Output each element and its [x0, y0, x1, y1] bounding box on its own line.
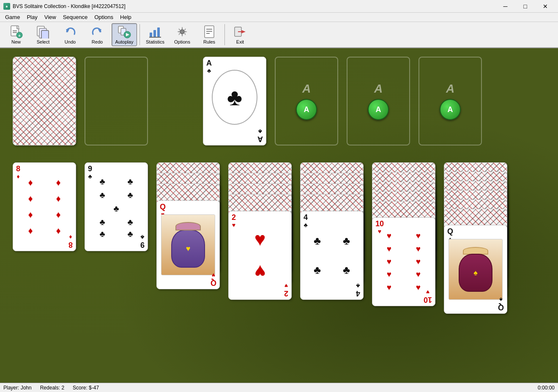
tableau-col-3-queen-hearts[interactable]: Q ♥ ♥ Q ♥	[156, 200, 220, 289]
menu-options[interactable]: Options	[91, 13, 117, 21]
svg-point-18	[180, 30, 184, 34]
four-clubs-face: 4 ♣ ♣ ♣ ♣ ♣ 4 ♣	[301, 211, 363, 299]
menu-bar: Game Play View Sequence Options Help	[0, 13, 558, 22]
foundation-4-btn: A	[440, 99, 461, 120]
ten-hearts-pips: ♥ ♥ ♥ ♥ ♥ ♥ ♥ ♥ ♥ ♥	[375, 230, 433, 294]
redo-button[interactable]: Redo	[85, 23, 110, 46]
autoplay-icon	[118, 25, 131, 38]
card-value-br: A	[257, 134, 263, 143]
player-name: Player: John	[3, 385, 32, 391]
stock-pile[interactable]	[13, 57, 76, 145]
time-display: 0:00:00	[538, 385, 555, 391]
ace-club-center: ♣	[227, 84, 242, 111]
foundation-2[interactable]: A A	[275, 57, 338, 145]
card-value: A	[206, 59, 212, 68]
maximize-button[interactable]: □	[516, 0, 535, 13]
tableau-col-5-four-clubs[interactable]: 4 ♣ ♣ ♣ ♣ ♣ 4 ♣	[300, 211, 364, 300]
menu-view[interactable]: View	[41, 13, 60, 21]
queen-portrait: ♥	[161, 214, 215, 275]
rules-button[interactable]: Rules	[197, 23, 222, 46]
queen-hearts-face: Q ♥ ♥ Q ♥	[157, 201, 219, 289]
score: Score: $-47	[73, 385, 99, 391]
redo-icon	[90, 25, 104, 38]
foundation-4[interactable]: A A	[418, 57, 482, 145]
svg-text:+: +	[18, 33, 21, 38]
select-icon	[36, 25, 50, 38]
new-button[interactable]: + New	[3, 23, 29, 46]
toolbar-separator-2	[224, 24, 225, 45]
svg-rect-14	[150, 33, 152, 37]
exit-button[interactable]: Exit	[227, 23, 253, 46]
menu-sequence[interactable]: Sequence	[60, 13, 91, 21]
foundation-4-label: A	[446, 82, 454, 96]
select-label: Select	[37, 39, 50, 44]
options-label: Options	[174, 39, 190, 44]
window-controls: ─ □ ✕	[496, 0, 555, 13]
four-clubs-pips: ♣ ♣ ♣ ♣	[301, 224, 363, 287]
tableau-col-7-queen-spades[interactable]: Q ♠ ♠ Q ♠	[444, 225, 507, 314]
select-button[interactable]: Select	[30, 23, 56, 46]
nine-clubs-pips: ♣ ♣ ♣ ♣ ♣ ♣ ♣ ♣ ♣	[88, 175, 144, 239]
rules-icon	[202, 25, 216, 38]
minimize-button[interactable]: ─	[496, 0, 515, 13]
foundation-3-label: A	[374, 82, 383, 96]
queen-spades-face: Q ♠ ♠ Q ♠	[444, 225, 507, 313]
rules-label: Rules	[203, 39, 215, 44]
svg-rect-19	[205, 26, 214, 38]
statistics-button[interactable]: Statistics	[142, 23, 168, 46]
game-area[interactable]: A ♣ ♣ A ♣ A A A A A A 8 ♦	[0, 48, 558, 383]
window-title: BVS Solitaire Collection - Klondike [#42…	[13, 3, 126, 9]
toolbar: + New Select Undo	[0, 22, 558, 48]
title-left: ♠ BVS Solitaire Collection - Klondike [#…	[3, 3, 126, 10]
menu-game[interactable]: Game	[2, 13, 23, 21]
redeals-count: Redeals: 2	[40, 385, 64, 391]
two-hearts-face: 2 ♥ ♥ ♥ 2 ♥	[229, 211, 291, 299]
autoplay-button[interactable]: Autoplay	[112, 23, 137, 46]
undo-label: Undo	[65, 39, 76, 44]
foundation-3[interactable]: A A	[347, 57, 410, 145]
tableau-col-2[interactable]: 9 ♣ ♣ ♣ ♣ ♣ ♣ ♣ ♣ ♣ ♣ 9 ♣	[85, 162, 148, 251]
svg-rect-15	[153, 30, 156, 37]
menu-help[interactable]: Help	[117, 13, 135, 21]
foundation-1[interactable]: A ♣ ♣ A ♣	[203, 57, 266, 145]
close-button[interactable]: ✕	[536, 0, 555, 13]
new-label: New	[11, 39, 21, 44]
redo-label: Redo	[92, 39, 103, 44]
ten-hearts-face: 10 ♥ ♥ ♥ ♥ ♥ ♥ ♥ ♥ ♥ ♥ ♥ 10 ♥	[372, 218, 435, 306]
foundation-2-label: A	[302, 82, 311, 96]
card-suit-br: ♣	[258, 128, 262, 134]
tableau-col-1[interactable]: 8 ♦ ♦ ♦ ♦ ♦ ♦ ♦ ♦ ♦ 8 ♦	[13, 162, 76, 251]
status-bar: Player: John Redeals: 2 Score: $-47 0:00…	[0, 383, 558, 392]
waste-slot[interactable]	[85, 57, 148, 145]
two-hearts-pips: ♥ ♥	[229, 224, 291, 287]
new-icon: +	[9, 25, 23, 38]
svg-rect-7	[41, 30, 49, 38]
title-bar: ♠ BVS Solitaire Collection - Klondike [#…	[0, 0, 558, 13]
tableau-col-6-ten-hearts[interactable]: 10 ♥ ♥ ♥ ♥ ♥ ♥ ♥ ♥ ♥ ♥ ♥ 10 ♥	[372, 217, 435, 306]
options-icon	[175, 25, 189, 38]
undo-button[interactable]: Undo	[57, 23, 83, 46]
exit-label: Exit	[236, 39, 244, 44]
autoplay-label: Autoplay	[115, 39, 134, 44]
undo-icon	[63, 25, 77, 38]
app-icon: ♠	[3, 3, 10, 10]
ace-wreath: ♣	[212, 70, 257, 125]
toolbar-separator	[140, 24, 140, 45]
foundation-3-btn: A	[368, 99, 389, 120]
menu-play[interactable]: Play	[23, 13, 41, 21]
card-back	[13, 57, 76, 145]
statistics-label: Statistics	[146, 39, 164, 44]
svg-rect-16	[157, 27, 160, 37]
statistics-icon	[148, 25, 162, 38]
tableau-col-4-two-hearts[interactable]: 2 ♥ ♥ ♥ 2 ♥	[228, 211, 292, 300]
card-suit: ♣	[207, 68, 211, 74]
options-button[interactable]: Options	[170, 23, 195, 46]
ace-clubs-face: A ♣ ♣ A ♣	[203, 57, 266, 145]
queen-spades-portrait: ♠	[449, 239, 503, 300]
foundation-2-btn: A	[296, 99, 317, 120]
nine-clubs-face: 9 ♣ ♣ ♣ ♣ ♣ ♣ ♣ ♣ ♣ ♣ 9 ♣	[85, 163, 148, 251]
exit-icon	[233, 25, 247, 38]
eight-diamonds-face: 8 ♦ ♦ ♦ ♦ ♦ ♦ ♦ ♦ ♦ 8 ♦	[13, 163, 76, 251]
eight-diamonds-pips: ♦ ♦ ♦ ♦ ♦ ♦ ♦ ♦	[16, 175, 72, 239]
